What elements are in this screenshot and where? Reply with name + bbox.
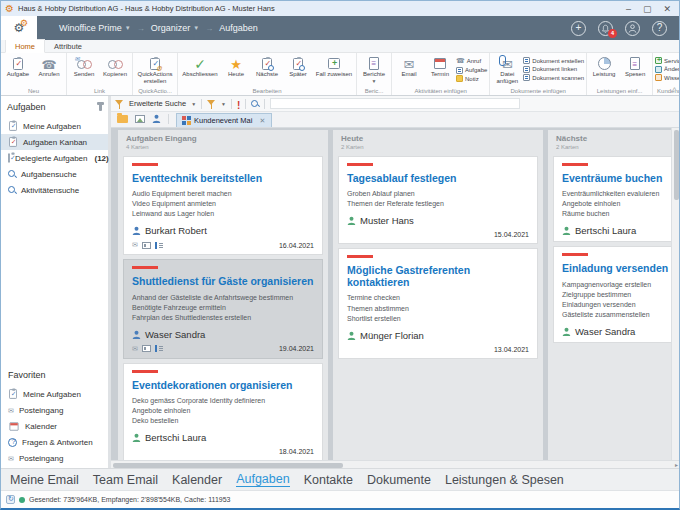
leistung-button[interactable]: Leistung bbox=[589, 54, 619, 78]
card-title[interactable]: Mögliche Gastreferenten kontaktieren bbox=[347, 264, 529, 288]
search-icon bbox=[8, 186, 16, 194]
group-label: Beric... bbox=[359, 88, 389, 95]
ribbon-collapse-button[interactable]: ^ bbox=[673, 86, 676, 93]
tab-home[interactable]: Home bbox=[5, 39, 45, 53]
spaeter-button[interactable]: Später bbox=[283, 54, 313, 78]
close-button[interactable]: ✕ bbox=[663, 4, 671, 14]
card-title[interactable]: Tagesablauf festlegen bbox=[347, 172, 529, 184]
kanban-card[interactable]: Eventdekorationen organisieren Deko gemä… bbox=[124, 364, 322, 460]
maximize-button[interactable]: ▢ bbox=[643, 4, 652, 14]
termin-button[interactable]: Termin bbox=[425, 54, 455, 78]
notifications-button[interactable]: 4 bbox=[598, 21, 613, 36]
tab-attribute[interactable]: Attribute bbox=[45, 40, 91, 52]
mail-icon[interactable]: ✉ bbox=[132, 345, 138, 353]
breadcrumb-section[interactable]: Organizer▼ bbox=[151, 23, 199, 33]
berichte-button[interactable]: Berichte▼ bbox=[359, 54, 389, 84]
sidebar-item-aufgaben-kanban[interactable]: Aufgaben Kanban bbox=[1, 134, 108, 150]
card-title[interactable]: Einladung versenden bbox=[562, 262, 671, 274]
sidebar-item-delegierte-aufgaben[interactable]: Delegierte Aufgaben(12) bbox=[1, 150, 108, 166]
pin-icon[interactable] bbox=[99, 104, 102, 111]
kanban-card-selected[interactable]: Shuttledienst für Gäste organisieren Anh… bbox=[124, 260, 322, 357]
filter-icon[interactable] bbox=[207, 99, 216, 109]
group-label: Aktivitäten einfügen bbox=[394, 88, 487, 95]
search-icon[interactable] bbox=[251, 100, 259, 108]
chevron-down-icon[interactable]: ▼ bbox=[191, 101, 196, 107]
advanced-search-button[interactable]: Erweiterte Suche bbox=[129, 99, 186, 108]
app-logo[interactable]: ⚙ ⚙ bbox=[1, 16, 37, 40]
card-title[interactable]: Eventtechnik bereitstellen bbox=[132, 172, 314, 184]
aenderung-button[interactable]: Änderung bbox=[655, 66, 679, 73]
sidebar-item-meine-aufgaben[interactable]: Meine Aufgaben bbox=[1, 118, 108, 134]
contact-card-icon[interactable] bbox=[142, 345, 151, 352]
filter-icon[interactable] bbox=[115, 99, 124, 109]
scroll-right-arrow-icon[interactable]: ▸ bbox=[675, 461, 678, 468]
horizontal-scrollbar[interactable]: ▸ bbox=[111, 460, 679, 468]
image-icon[interactable] bbox=[135, 115, 145, 123]
attach-file-icon bbox=[502, 55, 513, 73]
senden-button[interactable]: ✉Senden bbox=[69, 54, 99, 78]
abschliessen-button[interactable]: Abschliessen bbox=[180, 54, 220, 78]
chevron-down-icon[interactable]: ▼ bbox=[221, 101, 226, 107]
priority-icon[interactable] bbox=[237, 95, 240, 113]
add-button[interactable]: + bbox=[571, 21, 586, 36]
favorites-title: Favoriten bbox=[1, 366, 108, 386]
notes-icon[interactable] bbox=[155, 242, 162, 249]
folder-icon[interactable] bbox=[117, 115, 128, 123]
aufgabe-klein-button[interactable]: Aufgabe bbox=[456, 67, 487, 74]
fall-zuweisen-button[interactable]: Fall zuweisen bbox=[314, 54, 354, 78]
help-button[interactable]: ? bbox=[652, 21, 667, 36]
bottom-nav-aufgaben[interactable]: Aufgaben bbox=[236, 472, 290, 487]
aufgabe-button[interactable]: Aufgabe bbox=[3, 54, 33, 78]
kanban-card[interactable]: Eventräume buchen Eventräumlichkeiten ev… bbox=[554, 157, 671, 241]
sidebar-item-aktivitaetensuche[interactable]: Aktivitätensuche bbox=[1, 182, 108, 198]
email-button[interactable]: Email bbox=[394, 54, 424, 78]
scrollbar-thumb[interactable] bbox=[674, 130, 679, 200]
dokument-linken-button[interactable]: Dokument linken bbox=[523, 66, 584, 73]
favorite-fragen-antworten[interactable]: Fragen & Antworten bbox=[1, 434, 108, 450]
favorite-posteingang[interactable]: Posteingang bbox=[1, 402, 108, 418]
vertical-scrollbar[interactable] bbox=[671, 128, 679, 460]
anruf-button[interactable]: Anruf bbox=[456, 57, 487, 65]
wissenseintrag-button[interactable]: Wissenseintrag bbox=[655, 74, 679, 81]
favorite-meine-aufgaben[interactable]: Meine Aufgaben bbox=[1, 386, 108, 402]
breadcrumb-module[interactable]: Winoffice Prime▼ bbox=[59, 23, 131, 33]
bottom-nav-meine-email[interactable]: Meine Email bbox=[10, 473, 79, 487]
dokument-erstellen-button[interactable]: Dokument erstellen bbox=[523, 57, 584, 64]
contact-card-icon[interactable] bbox=[142, 242, 151, 249]
sidebar-item-aufgabensuche[interactable]: Aufgabensuche bbox=[1, 166, 108, 182]
quickactions-erstellen-button[interactable]: ⚙QuickActions erstellen bbox=[135, 54, 175, 85]
anrufen-button[interactable]: Anrufen bbox=[34, 54, 64, 78]
breadcrumb-page[interactable]: Aufgaben bbox=[219, 23, 258, 33]
card-title[interactable]: Eventdekorationen organisieren bbox=[132, 379, 314, 391]
serviceauftrag-button[interactable]: Serviceauftrag bbox=[655, 57, 679, 64]
card-title[interactable]: Shuttledienst für Gäste organisieren bbox=[132, 275, 314, 287]
mail-icon[interactable]: ✉ bbox=[132, 241, 138, 249]
quick-search-input[interactable] bbox=[270, 98, 520, 109]
kanban-card[interactable]: Einladung versenden Kampagnenvorlage ers… bbox=[554, 247, 671, 342]
bottom-nav-dokumente[interactable]: Dokumente bbox=[367, 473, 431, 487]
datei-anfuegen-button[interactable]: Datei anfügen bbox=[492, 54, 522, 85]
kanban-card[interactable]: Mögliche Gastreferenten kontaktieren Ter… bbox=[339, 249, 537, 358]
dokument-scannen-button[interactable]: Dokument scannen bbox=[523, 74, 584, 81]
bottom-nav-team-email[interactable]: Team Email bbox=[93, 473, 158, 487]
bottom-nav-leistungen-spesen[interactable]: Leistungen & Spesen bbox=[445, 473, 564, 487]
favorite-kalender[interactable]: Kalender bbox=[1, 418, 108, 434]
kanban-card[interactable]: Tagesablauf festlegen Groben Ablauf plan… bbox=[339, 157, 537, 243]
scrollbar-thumb[interactable] bbox=[113, 463, 343, 468]
favorite-posteingang-2[interactable]: Posteingang bbox=[1, 450, 108, 466]
tab-kundenevent-mai[interactable]: Kundenevent Mai ✕ bbox=[176, 113, 272, 127]
close-tab-icon[interactable]: ✕ bbox=[259, 117, 265, 125]
kanban-card[interactable]: Eventtechnik bereitstellen Audio Equipme… bbox=[124, 157, 322, 254]
card-title[interactable]: Eventräume buchen bbox=[562, 172, 671, 184]
heute-button[interactable]: Heute bbox=[221, 54, 251, 78]
minimize-button[interactable]: – bbox=[626, 4, 631, 14]
bottom-nav-kontakte[interactable]: Kontakte bbox=[304, 473, 353, 487]
naechste-button[interactable]: Nächste bbox=[252, 54, 282, 78]
user-button[interactable] bbox=[625, 21, 640, 36]
kopieren-button[interactable]: Kopieren bbox=[100, 54, 130, 78]
notes-icon[interactable] bbox=[155, 345, 162, 352]
spesen-button[interactable]: Spesen bbox=[620, 54, 650, 78]
person-icon[interactable] bbox=[152, 114, 161, 123]
bottom-nav-kalender[interactable]: Kalender bbox=[172, 473, 222, 487]
notiz-button[interactable]: Notiz bbox=[456, 75, 487, 82]
